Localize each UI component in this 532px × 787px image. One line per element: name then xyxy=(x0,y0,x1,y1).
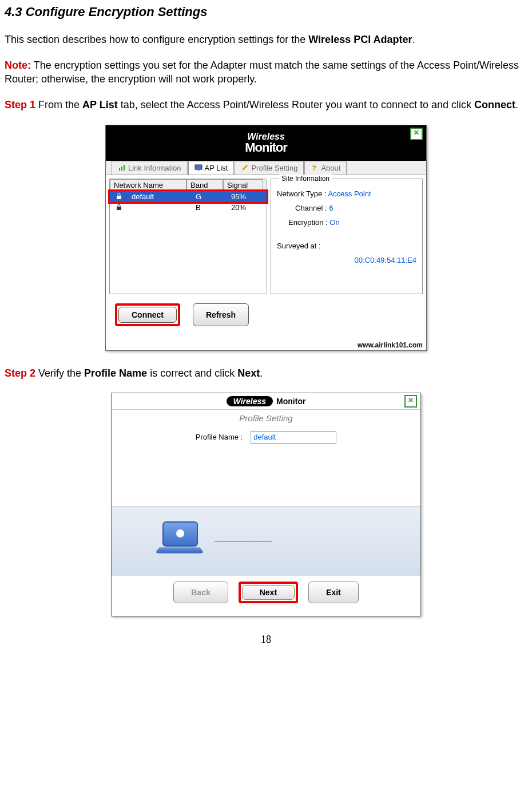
logo-bottom: Monitor xyxy=(245,141,287,154)
step1-t3: . xyxy=(515,99,518,110)
surveyed-value: 00:C0:49:54:11:E4 xyxy=(277,256,416,264)
profile-setting-title: Profile Setting xyxy=(112,413,420,423)
close-icon[interactable]: × xyxy=(410,128,423,140)
site-info-legend: Site Information xyxy=(279,175,332,183)
step1-t2: tab, select the Access Point/Wireless Ro… xyxy=(118,99,474,110)
intro-text: This section describes how to configure … xyxy=(5,34,308,45)
step2-label: Step 2 xyxy=(5,367,35,379)
step2-t3: . xyxy=(260,367,263,379)
footer-url: www.airlink101.com xyxy=(106,340,426,350)
svg-rect-3 xyxy=(117,196,121,199)
logo-oval: Wireless xyxy=(227,396,273,406)
tab-bar: Link Information AP List Profile Setting… xyxy=(106,161,426,175)
pencil-icon xyxy=(241,164,249,172)
close-icon[interactable]: × xyxy=(404,395,417,408)
window-header: Wireless Monitor × xyxy=(106,125,426,161)
monitor-icon xyxy=(194,164,203,172)
wizard-graphic xyxy=(112,507,420,576)
ap-list-panel: Network Name Band Signal default G 95% xyxy=(109,179,267,294)
row-band: G xyxy=(192,192,228,201)
connect-highlight: Connect xyxy=(115,303,180,326)
row-name xyxy=(128,207,192,208)
tab-link-label: Link Information xyxy=(128,164,181,172)
svg-text:?: ? xyxy=(312,164,316,172)
next-button[interactable]: Next xyxy=(242,585,295,600)
step2-t2: is correct and click xyxy=(147,367,237,379)
profile-name-input[interactable] xyxy=(251,431,336,444)
connect-button[interactable]: Connect xyxy=(118,307,177,323)
section-heading: 4.3 Configure Encryption Settings xyxy=(5,5,527,19)
tab-link-information[interactable]: Link Information xyxy=(112,161,188,175)
svg-rect-0 xyxy=(195,165,202,169)
tab-about[interactable]: ? About xyxy=(304,161,347,175)
step1-t1: From the xyxy=(35,99,82,110)
next-highlight: Next xyxy=(239,582,298,603)
step1-paragraph: Step 1 From the AP List tab, select the … xyxy=(5,98,527,112)
window-header: Wireless Monitor × xyxy=(112,393,420,410)
tab-profile-label: Profile Setting xyxy=(251,164,297,172)
connector-line xyxy=(215,541,272,541)
page-number: 18 xyxy=(5,634,527,646)
signal-icon xyxy=(118,164,126,172)
row-signal: 20% xyxy=(228,203,267,212)
ap-list-row[interactable]: default G 95% xyxy=(108,189,268,204)
row-band: B xyxy=(192,203,228,212)
exit-button[interactable]: Exit xyxy=(308,582,359,603)
refresh-button[interactable]: Refresh xyxy=(193,303,249,326)
encryption-value: On xyxy=(329,218,339,227)
profile-setting-window: Wireless Monitor × Profile Setting Profi… xyxy=(111,393,421,616)
step2-paragraph: Step 2 Verify the Profile Name is correc… xyxy=(5,367,527,380)
encryption-label: Encryption : xyxy=(288,218,328,227)
back-button[interactable]: Back xyxy=(173,582,228,603)
tab-about-label: About xyxy=(321,164,340,172)
row-name: default xyxy=(128,192,192,201)
tab-profile-setting[interactable]: Profile Setting xyxy=(235,161,304,175)
step2-b1: Profile Name xyxy=(84,367,147,379)
surveyed-label: Surveyed at : xyxy=(277,242,321,250)
intro-suffix: . xyxy=(412,34,415,45)
lock-icon xyxy=(110,203,128,211)
logo-side-text: Monitor xyxy=(276,397,305,406)
note-label: Note: xyxy=(5,60,31,71)
laptop-icon xyxy=(157,521,203,561)
note-text: The encryption settings you set for the … xyxy=(5,60,519,84)
svg-rect-4 xyxy=(117,207,121,210)
intro-bold: Wireless PCI Adapter xyxy=(308,34,412,45)
channel-label: Channel : xyxy=(295,204,327,212)
intro-paragraph: This section describes how to configure … xyxy=(5,33,527,46)
question-icon: ? xyxy=(311,164,319,172)
note-paragraph: Note: The encryption settings you set fo… xyxy=(5,59,527,86)
step2-t1: Verify the xyxy=(35,367,84,379)
step1-b1: AP List xyxy=(82,99,118,110)
profile-name-label: Profile Name : xyxy=(196,433,243,441)
step1-b2: Connect xyxy=(474,99,515,110)
channel-value: 6 xyxy=(329,204,333,212)
wireless-monitor-window: Wireless Monitor × Link Information AP L… xyxy=(105,125,427,351)
tab-ap-list[interactable]: AP List xyxy=(188,161,235,175)
step2-b2: Next xyxy=(237,367,260,379)
row-signal: 95% xyxy=(228,192,267,201)
profile-form: Profile Name : xyxy=(112,431,420,444)
step1-label: Step 1 xyxy=(5,99,35,110)
app-logo: Wireless Monitor xyxy=(245,132,287,154)
svg-rect-1 xyxy=(197,169,200,171)
network-type-label: Network Type : xyxy=(277,189,326,198)
site-information-panel: Site Information Network Type : Access P… xyxy=(271,179,423,294)
tab-aplist-label: AP List xyxy=(205,164,228,172)
lock-icon xyxy=(110,192,128,200)
network-type-value: Access Point xyxy=(328,189,371,198)
